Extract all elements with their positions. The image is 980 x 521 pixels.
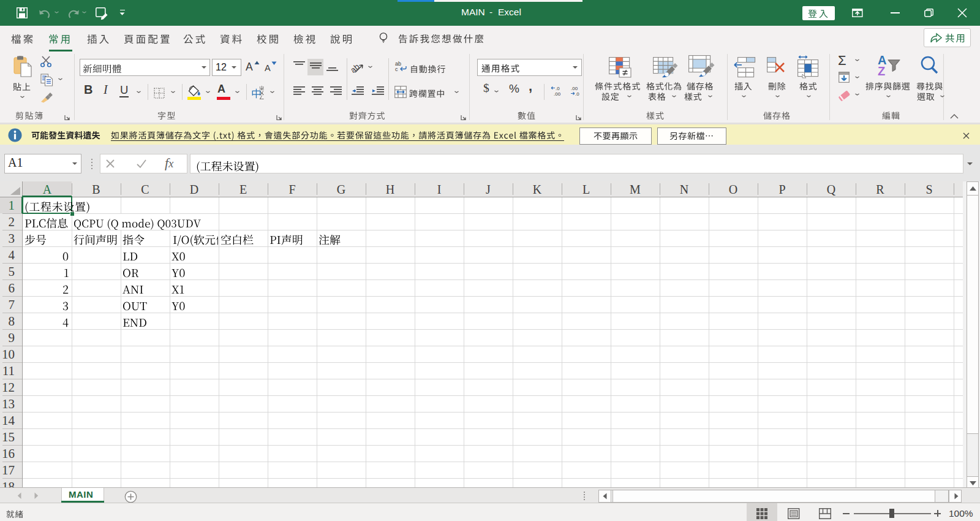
svg-text:.00: .00: [554, 91, 561, 97]
svg-text:.0: .0: [556, 86, 560, 91]
svg-text:.00: .00: [571, 86, 578, 91]
svg-text:.0: .0: [575, 91, 579, 97]
svg-text:c: c: [395, 66, 398, 72]
